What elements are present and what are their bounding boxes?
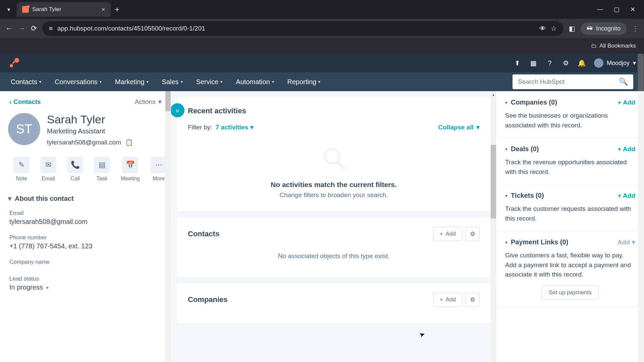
hide-tracking-icon[interactable]: 👁 — [539, 25, 546, 33]
add-ticket-link[interactable]: + Add — [618, 192, 635, 199]
chevron-down-icon: ▾ — [632, 238, 635, 246]
marketplace-icon[interactable]: ▦ — [530, 59, 538, 67]
scroll-up-icon[interactable]: ▴ — [491, 91, 496, 98]
companies-settings-button[interactable]: ⚙ — [466, 293, 480, 307]
companies-association: ▾Companies (0) + Add See the businesses … — [496, 91, 644, 138]
minimize-icon[interactable]: ― — [597, 6, 603, 13]
contact-name: Sarah Tyler — [47, 113, 133, 126]
email-action[interactable]: ✉Email — [40, 157, 56, 182]
empty-subtitle: Change filters to broaden your search. — [188, 191, 480, 199]
close-tab-icon[interactable]: × — [101, 6, 105, 13]
chevron-down-icon: ▾ — [318, 79, 320, 84]
task-action[interactable]: ▤Task — [94, 157, 110, 182]
svg-point-0 — [10, 64, 13, 67]
side-panel-icon[interactable]: ◧ — [569, 24, 575, 33]
collapse-sidebar-button[interactable]: » — [171, 103, 184, 117]
more-action[interactable]: ⋯More — [151, 157, 167, 182]
left-scrollbar[interactable] — [165, 91, 171, 362]
add-contact-button[interactable]: +Add — [433, 227, 462, 241]
settings-gear-icon[interactable]: ⚙ — [562, 59, 570, 67]
hubspot-favicon-icon — [22, 6, 29, 13]
actions-dropdown[interactable]: Actions▾ — [135, 98, 162, 106]
site-info-icon[interactable]: ≡ — [49, 25, 53, 32]
about-section-header[interactable]: ▾ About this contact — [0, 190, 171, 207]
upgrade-icon[interactable]: ⬆ — [514, 59, 522, 67]
center-scrollbar-thumb[interactable] — [491, 145, 496, 219]
plus-icon: + — [440, 296, 443, 303]
deals-association: ▾Deals (0) + Add Track the revenue oppor… — [496, 138, 644, 184]
lead-status-field-group[interactable]: Lead status In progress ▾ — [0, 273, 171, 297]
incognito-indicator[interactable]: 🕶 Incognito — [581, 22, 627, 35]
nav-reporting[interactable]: Reporting▾ — [287, 78, 321, 86]
associations-sidebar: ▾Companies (0) + Add See the businesses … — [496, 91, 644, 362]
help-icon[interactable]: ? — [546, 59, 554, 67]
activity-filter-dropdown[interactable]: 7 activities▾ — [216, 123, 254, 131]
contact-email: tylersarah508@gmail.com — [47, 139, 121, 146]
copy-icon[interactable]: 📋 — [125, 138, 133, 146]
bookmark-star-icon[interactable]: ☆ — [551, 24, 557, 33]
phone-icon: 📞 — [67, 157, 83, 173]
setup-payments-button[interactable]: Set up payments — [542, 286, 599, 300]
back-to-contacts[interactable]: ‹Contacts — [9, 98, 41, 106]
browser-menu-icon[interactable]: ⋮ — [632, 24, 639, 33]
nav-conversations[interactable]: Conversations▾ — [55, 78, 102, 86]
browser-chrome: ▾ Sarah Tyler × + ― ▢ ✕ ← → ⟳ ≡ app.hubs… — [0, 0, 644, 54]
notifications-bell-icon[interactable]: 🔔 — [578, 59, 586, 67]
close-window-icon[interactable]: ✕ — [630, 6, 635, 13]
phone-field-group[interactable]: Phone number +1 (778) 767-5454, ext. 123 — [0, 232, 171, 256]
nav-service[interactable]: Service▾ — [196, 78, 223, 86]
search-icon[interactable]: 🔍 — [619, 77, 628, 86]
user-menu[interactable]: Moodjoy ▾ — [594, 58, 636, 68]
companies-toggle[interactable]: ▾Companies (0) — [505, 99, 557, 106]
nav-contacts[interactable]: Contacts▾ — [11, 78, 41, 86]
collapse-all-button[interactable]: Collapse all▾ — [438, 123, 480, 131]
window-controls: ― ▢ ✕ — [597, 6, 641, 13]
global-search[interactable]: 🔍 — [513, 74, 633, 89]
contact-avatar[interactable]: ST — [8, 113, 40, 145]
quick-actions: ✎Note ✉Email 📞Call ▤Task 📅Meeting ⋯More — [0, 150, 171, 190]
gear-icon: ⚙ — [470, 230, 475, 238]
nav-sales[interactable]: Sales▾ — [162, 78, 183, 86]
company-field-group[interactable]: Company name — [0, 256, 171, 273]
companies-card-title: Companies — [188, 295, 228, 304]
url-box[interactable]: ≡ app.hubspot.com/contacts/45105500/reco… — [42, 21, 564, 36]
forward-button-icon[interactable]: → — [18, 24, 25, 33]
right-scrollbar[interactable] — [638, 91, 644, 362]
email-field-group[interactable]: Email tylersarah508@gmail.com — [0, 207, 171, 232]
folder-icon: 🗀 — [591, 43, 597, 49]
back-button-icon[interactable]: ← — [5, 24, 13, 33]
svg-point-1 — [14, 58, 19, 63]
all-bookmarks-link[interactable]: All Bookmarks — [599, 43, 636, 49]
call-action[interactable]: 📞Call — [67, 157, 83, 182]
plus-icon: + — [440, 231, 443, 237]
nav-marketing[interactable]: Marketing▾ — [115, 78, 149, 86]
add-deal-link[interactable]: + Add — [618, 145, 635, 153]
center-scrollbar[interactable]: ▴ — [490, 91, 496, 362]
user-avatar-icon — [594, 58, 603, 68]
add-company-button[interactable]: +Add — [433, 293, 462, 307]
left-scrollbar-thumb[interactable] — [165, 91, 171, 111]
app-body: ‹Contacts Actions▾ ST Sarah Tyler Market… — [0, 91, 644, 362]
reload-icon[interactable]: ⟳ — [31, 24, 37, 33]
contacts-settings-button[interactable]: ⚙ — [466, 227, 480, 241]
add-company-link[interactable]: + Add — [618, 99, 635, 106]
deals-toggle[interactable]: ▾Deals (0) — [505, 145, 539, 153]
tab-search-dropdown[interactable]: ▾ — [3, 4, 14, 15]
nav-automation[interactable]: Automation▾ — [236, 78, 274, 86]
calendar-icon: 📅 — [122, 157, 138, 173]
add-payment-link[interactable]: Add▾ — [618, 238, 635, 246]
meeting-action[interactable]: 📅Meeting — [121, 157, 140, 182]
search-input[interactable] — [518, 78, 615, 85]
svg-line-4 — [337, 162, 344, 168]
contact-job-title: Marketing Assistant — [47, 127, 133, 135]
note-action[interactable]: ✎Note — [13, 157, 30, 182]
new-tab-button[interactable]: + — [115, 5, 119, 14]
payment-toggle[interactable]: ▾Payment Links (0) — [505, 238, 568, 246]
tickets-toggle[interactable]: ▾Tickets (0) — [505, 192, 544, 199]
empty-activities: No activities match the current filters.… — [188, 138, 480, 202]
browser-tab[interactable]: Sarah Tyler × — [17, 2, 111, 17]
hubspot-logo-icon[interactable] — [8, 57, 20, 69]
maximize-icon[interactable]: ▢ — [614, 6, 620, 13]
hubspot-app: ⬆ ▦ ? ⚙ 🔔 Moodjoy ▾ Contacts▾ Conversati… — [0, 54, 644, 362]
lead-status-value: In progress — [9, 284, 43, 291]
